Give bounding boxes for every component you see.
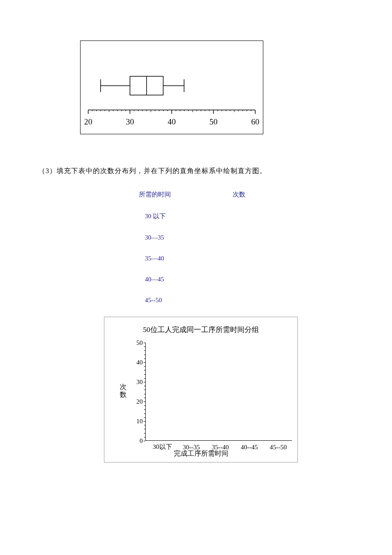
table-row: 35—40 (139, 255, 267, 262)
histogram-ylabel: 次数 (120, 383, 127, 398)
table-row: 30—35 (139, 234, 267, 241)
svg-text:40: 40 (168, 117, 176, 126)
histogram-chart: 50位工人完成同一工序所需时间分组 次数 0 10 20 30 40 50 (104, 317, 298, 462)
y-tick-label: 30 (128, 379, 143, 386)
frequency-table: 所需的时间 次数 30 以下 30—35 35—40 40—45 45--50 (139, 191, 267, 318)
histogram-plot-area: 0 10 20 30 40 50 30以下 30--35 (145, 343, 292, 441)
svg-text:20: 20 (84, 117, 92, 126)
y-tick-label: 0 (128, 437, 143, 445)
table-header-count: 次数 (233, 191, 245, 199)
table-header-time: 所需的时间 (139, 191, 233, 199)
y-tick-label: 40 (128, 359, 143, 366)
y-tick-label: 50 (128, 339, 143, 347)
table-row: 40—45 (139, 276, 267, 283)
svg-text:50: 50 (210, 117, 218, 126)
histogram-title: 50位工人完成同一工序所需时间分组 (104, 325, 297, 335)
question-3-text: （3）填充下表中的次数分布列，并在下列的直角坐标系中绘制直方图。 (38, 167, 267, 176)
table-row: 45--50 (139, 297, 267, 304)
table-row: 30 以下 (139, 212, 267, 220)
question-number: （3） (38, 167, 57, 174)
svg-text:60: 60 (251, 117, 259, 126)
boxplot-chart: 20 30 40 50 60 (80, 40, 263, 134)
question-body: 填充下表中的次数分布列，并在下列的直角坐标系中绘制直方图。 (57, 167, 267, 174)
x-axis (145, 440, 292, 441)
boxplot-svg: 20 30 40 50 60 (81, 41, 264, 135)
y-axis (145, 343, 146, 441)
y-tick-label: 20 (128, 398, 143, 405)
y-tick-label: 10 (128, 418, 143, 425)
histogram-xlabel: 完成工序所需时间 (104, 449, 297, 458)
svg-text:30: 30 (126, 117, 134, 126)
